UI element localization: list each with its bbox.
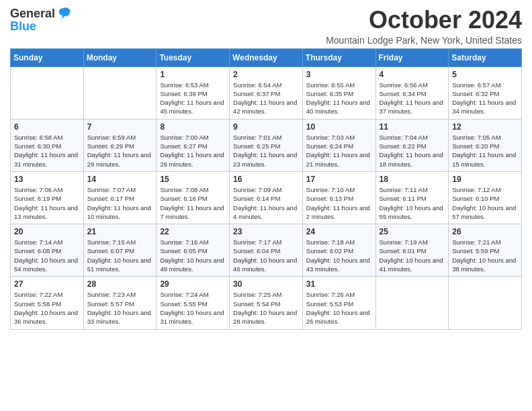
cell-info: Sunrise: 7:10 AMSunset: 6:13 PMDaylight:… (306, 185, 372, 221)
cell-info: Sunrise: 7:26 AMSunset: 5:53 PMDaylight:… (306, 290, 372, 326)
calendar-cell-0-2: 1Sunrise: 6:53 AMSunset: 6:39 PMDaylight… (157, 66, 230, 119)
day-number: 14 (87, 175, 153, 184)
calendar-cell-1-2: 8Sunrise: 7:00 AMSunset: 6:27 PMDaylight… (157, 119, 230, 171)
day-number: 27 (14, 279, 80, 289)
calendar-cell-0-5: 4Sunrise: 6:56 AMSunset: 6:34 PMDaylight… (375, 66, 449, 119)
calendar-cell-4-5 (375, 277, 449, 329)
calendar-cell-2-3: 16Sunrise: 7:09 AMSunset: 6:14 PMDayligh… (230, 171, 303, 224)
day-number: 29 (160, 279, 226, 289)
cell-info: Sunrise: 6:56 AMSunset: 6:34 PMDaylight:… (380, 81, 445, 116)
calendar-cell-3-3: 23Sunrise: 7:17 AMSunset: 6:04 PMDayligh… (230, 224, 303, 277)
calendar-cell-1-6: 12Sunrise: 7:05 AMSunset: 6:20 PMDayligh… (449, 119, 522, 171)
cell-info: Sunrise: 7:07 AMSunset: 6:17 PMDaylight:… (87, 185, 153, 221)
cell-info: Sunrise: 6:58 AMSunset: 6:30 PMDaylight:… (14, 133, 80, 169)
calendar-cell-4-4: 31Sunrise: 7:26 AMSunset: 5:53 PMDayligh… (302, 277, 375, 329)
day-number: 1 (160, 70, 226, 79)
day-number: 22 (160, 227, 226, 236)
header-saturday: Saturday (449, 48, 522, 66)
cell-info: Sunrise: 7:00 AMSunset: 6:27 PMDaylight:… (160, 133, 226, 169)
title-area: October 2024 Mountain Lodge Park, New Yo… (326, 7, 522, 46)
logo-bird-icon (56, 7, 71, 20)
calendar-cell-1-4: 10Sunrise: 7:03 AMSunset: 6:24 PMDayligh… (302, 119, 375, 171)
location-title: Mountain Lodge Park, New York, United St… (326, 35, 522, 46)
day-number: 24 (306, 227, 372, 236)
cell-info: Sunrise: 7:23 AMSunset: 5:57 PMDaylight:… (87, 290, 153, 326)
week-row-4: 20Sunrise: 7:14 AMSunset: 6:08 PMDayligh… (11, 224, 522, 277)
day-number: 13 (14, 175, 80, 184)
cell-info: Sunrise: 7:09 AMSunset: 6:14 PMDaylight:… (233, 185, 299, 221)
logo-blue-text: Blue (10, 20, 36, 32)
calendar-cell-1-3: 9Sunrise: 7:01 AMSunset: 6:25 PMDaylight… (230, 119, 303, 171)
calendar-header-row: SundayMondayTuesdayWednesdayThursdayFrid… (11, 48, 522, 66)
calendar-cell-3-4: 24Sunrise: 7:18 AMSunset: 6:02 PMDayligh… (302, 224, 375, 277)
cell-info: Sunrise: 7:01 AMSunset: 6:25 PMDaylight:… (233, 133, 299, 169)
cell-info: Sunrise: 7:24 AMSunset: 5:55 PMDaylight:… (160, 290, 226, 326)
day-number: 4 (380, 70, 445, 79)
day-number: 18 (380, 175, 445, 184)
day-number: 8 (160, 122, 226, 132)
cell-info: Sunrise: 7:14 AMSunset: 6:08 PMDaylight:… (14, 238, 80, 273)
calendar-cell-2-5: 18Sunrise: 7:11 AMSunset: 6:11 PMDayligh… (375, 171, 449, 224)
day-number: 20 (14, 227, 80, 236)
day-number: 17 (306, 175, 372, 184)
cell-info: Sunrise: 7:16 AMSunset: 6:05 PMDaylight:… (160, 238, 226, 273)
cell-info: Sunrise: 7:22 AMSunset: 5:58 PMDaylight:… (14, 290, 80, 326)
calendar-cell-4-0: 27Sunrise: 7:22 AMSunset: 5:58 PMDayligh… (11, 277, 84, 329)
day-number: 2 (233, 70, 299, 79)
calendar-cell-2-1: 14Sunrise: 7:07 AMSunset: 6:17 PMDayligh… (83, 171, 157, 224)
week-row-1: 1Sunrise: 6:53 AMSunset: 6:39 PMDaylight… (11, 66, 522, 119)
logo-general-text: General (10, 7, 55, 19)
day-number: 30 (233, 279, 299, 289)
logo: General Blue (10, 7, 71, 32)
week-row-5: 27Sunrise: 7:22 AMSunset: 5:58 PMDayligh… (11, 277, 522, 329)
week-row-2: 6Sunrise: 6:58 AMSunset: 6:30 PMDaylight… (11, 119, 522, 171)
day-number: 31 (306, 279, 372, 289)
cell-info: Sunrise: 7:08 AMSunset: 6:16 PMDaylight:… (160, 185, 226, 221)
header-friday: Friday (375, 48, 449, 66)
header: General Blue October 2024 Mountain Lodge… (10, 7, 522, 46)
day-number: 12 (452, 122, 518, 132)
calendar-cell-0-1 (83, 66, 157, 119)
day-number: 10 (306, 122, 372, 132)
calendar-cell-3-0: 20Sunrise: 7:14 AMSunset: 6:08 PMDayligh… (11, 224, 84, 277)
calendar-cell-4-1: 28Sunrise: 7:23 AMSunset: 5:57 PMDayligh… (83, 277, 157, 329)
day-number: 3 (306, 70, 372, 79)
cell-info: Sunrise: 7:05 AMSunset: 6:20 PMDaylight:… (452, 133, 518, 169)
cell-info: Sunrise: 7:04 AMSunset: 6:22 PMDaylight:… (380, 133, 445, 169)
cell-info: Sunrise: 6:55 AMSunset: 6:35 PMDaylight:… (306, 81, 372, 116)
calendar-cell-0-6: 5Sunrise: 6:57 AMSunset: 6:32 PMDaylight… (449, 66, 522, 119)
cell-info: Sunrise: 7:17 AMSunset: 6:04 PMDaylight:… (233, 238, 299, 273)
calendar-cell-1-1: 7Sunrise: 6:59 AMSunset: 6:29 PMDaylight… (83, 119, 157, 171)
header-tuesday: Tuesday (157, 48, 230, 66)
day-number: 19 (452, 175, 518, 184)
cell-info: Sunrise: 7:25 AMSunset: 5:54 PMDaylight:… (233, 290, 299, 326)
day-number: 11 (380, 122, 445, 132)
cell-info: Sunrise: 7:03 AMSunset: 6:24 PMDaylight:… (306, 133, 372, 169)
month-title: October 2024 (326, 7, 522, 34)
cell-info: Sunrise: 6:53 AMSunset: 6:39 PMDaylight:… (160, 81, 226, 116)
calendar-cell-1-0: 6Sunrise: 6:58 AMSunset: 6:30 PMDaylight… (11, 119, 84, 171)
calendar-cell-3-1: 21Sunrise: 7:15 AMSunset: 6:07 PMDayligh… (83, 224, 157, 277)
cell-info: Sunrise: 7:12 AMSunset: 6:10 PMDaylight:… (452, 185, 518, 221)
header-monday: Monday (83, 48, 157, 66)
day-number: 21 (87, 227, 153, 236)
calendar-cell-0-0 (11, 66, 84, 119)
cell-info: Sunrise: 7:11 AMSunset: 6:11 PMDaylight:… (380, 185, 445, 221)
calendar-cell-0-3: 2Sunrise: 6:54 AMSunset: 6:37 PMDaylight… (230, 66, 303, 119)
day-number: 5 (452, 70, 518, 79)
calendar-cell-2-2: 15Sunrise: 7:08 AMSunset: 6:16 PMDayligh… (157, 171, 230, 224)
cell-info: Sunrise: 7:19 AMSunset: 6:01 PMDaylight:… (380, 238, 445, 273)
header-thursday: Thursday (302, 48, 375, 66)
calendar-cell-2-4: 17Sunrise: 7:10 AMSunset: 6:13 PMDayligh… (302, 171, 375, 224)
calendar-cell-2-6: 19Sunrise: 7:12 AMSunset: 6:10 PMDayligh… (449, 171, 522, 224)
day-number: 15 (160, 175, 226, 184)
calendar-cell-4-3: 30Sunrise: 7:25 AMSunset: 5:54 PMDayligh… (230, 277, 303, 329)
cell-info: Sunrise: 7:15 AMSunset: 6:07 PMDaylight:… (87, 238, 153, 273)
calendar-cell-0-4: 3Sunrise: 6:55 AMSunset: 6:35 PMDaylight… (302, 66, 375, 119)
calendar-cell-2-0: 13Sunrise: 7:06 AMSunset: 6:19 PMDayligh… (11, 171, 84, 224)
calendar-cell-1-5: 11Sunrise: 7:04 AMSunset: 6:22 PMDayligh… (375, 119, 449, 171)
cell-info: Sunrise: 6:59 AMSunset: 6:29 PMDaylight:… (87, 133, 153, 169)
cell-info: Sunrise: 7:18 AMSunset: 6:02 PMDaylight:… (306, 238, 372, 273)
header-sunday: Sunday (11, 48, 84, 66)
calendar-table: SundayMondayTuesdayWednesdayThursdayFrid… (10, 48, 522, 330)
